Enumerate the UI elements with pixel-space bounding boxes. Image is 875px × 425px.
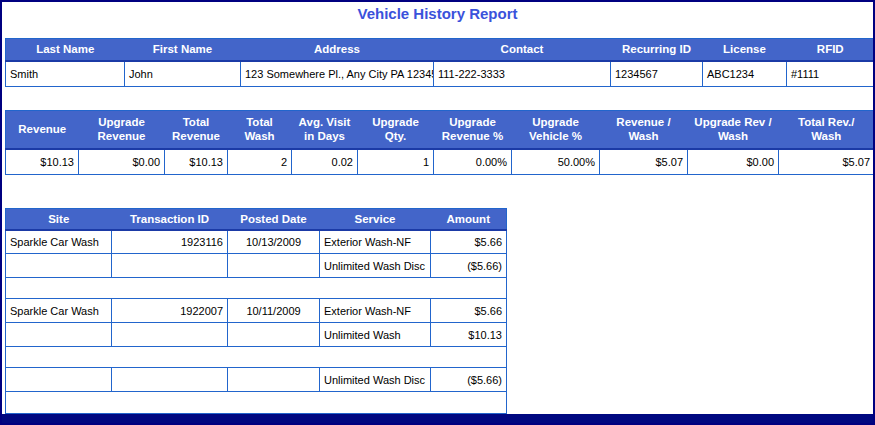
cell-total-wash: 2 (228, 149, 292, 175)
cell-upgrade-revenue: $0.00 (79, 149, 165, 175)
cell-posted-date (228, 254, 320, 278)
header-total-revenue: Total Revenue (165, 111, 228, 149)
customer-info-table: Last Name First Name Address Contact Rec… (5, 38, 875, 87)
cell-service: Exterior Wash-NF (320, 299, 431, 323)
cell-site: Sparkle Car Wash (6, 230, 112, 254)
cell-transaction-id (112, 323, 228, 347)
cell-posted-date: 10/13/2009 (228, 230, 320, 254)
header-site: Site (6, 209, 112, 230)
header-upgrade-revenue: Upgrade Revenue (79, 111, 165, 149)
header-posted-date: Posted Date (228, 209, 320, 230)
cell-first-name: John (125, 61, 241, 87)
cell-amount: ($5.66) (431, 368, 507, 392)
revenue-summary-table: Revenue Upgrade Revenue Total Revenue To… (5, 110, 875, 175)
cell-posted-date: 10/11/2009 (228, 299, 320, 323)
transactions-header-row: Site Transaction ID Posted Date Service … (6, 209, 507, 230)
cell-license: ABC1234 (703, 61, 787, 87)
cell-upgrade-revenue-pct: 0.00% (434, 149, 512, 175)
header-revenue: Revenue (6, 111, 79, 149)
bottom-navy-bar (0, 414, 875, 425)
header-first-name: First Name (125, 39, 241, 61)
header-revenue-per-wash: Revenue / Wash (600, 111, 688, 149)
cell-transaction-id: 1923116 (112, 230, 228, 254)
cell-last-name: Smith (6, 61, 125, 87)
cell-service: Exterior Wash-NF (320, 230, 431, 254)
cell-recurring-id: 1234567 (611, 61, 703, 87)
transaction-row: Unlimited Wash $10.13 (6, 323, 507, 347)
page-title: Vehicle History Report (2, 5, 873, 22)
cell-upgrade-rev-per-wash: $0.00 (688, 149, 779, 175)
cell-service: Unlimited Wash (320, 323, 431, 347)
cell-posted-date (228, 323, 320, 347)
header-upgrade-vehicle-pct: Upgrade Vehicle % (512, 111, 600, 149)
cell-upgrade-vehicle-pct: 50.00% (512, 149, 600, 175)
cell-contact: 111-222-3333 (434, 61, 611, 87)
transaction-row: Sparkle Car Wash 1922007 10/11/2009 Exte… (6, 299, 507, 323)
header-avg-visit-in-days: Avg. Visit in Days (292, 111, 358, 149)
cell-revenue: $10.13 (6, 149, 79, 175)
header-address: Address (241, 39, 434, 61)
cell-site (6, 368, 112, 392)
vehicle-history-report-page: Vehicle History Report Last Name First N… (0, 0, 875, 425)
cell-service: Unlimited Wash Disc (320, 368, 431, 392)
cell-posted-date (228, 368, 320, 392)
header-license: License (703, 39, 787, 61)
cell-revenue-per-wash: $5.07 (600, 149, 688, 175)
cell-amount: $5.66 (431, 299, 507, 323)
cell-amount: ($5.66) (431, 254, 507, 278)
header-transaction-id: Transaction ID (112, 209, 228, 230)
transaction-row: Sparkle Car Wash 1923116 10/13/2009 Exte… (6, 230, 507, 254)
cell-upgrade-qty: 1 (358, 149, 434, 175)
customer-header-row: Last Name First Name Address Contact Rec… (6, 39, 875, 61)
spacer-cell (6, 392, 507, 414)
header-recurring-id: Recurring ID (611, 39, 703, 61)
spacer-cell (6, 278, 507, 299)
transaction-row: Unlimited Wash Disc ($5.66) (6, 368, 507, 392)
transactions-table: Site Transaction ID Posted Date Service … (5, 208, 507, 414)
cell-amount: $10.13 (431, 323, 507, 347)
header-last-name: Last Name (6, 39, 125, 61)
cell-site (6, 254, 112, 278)
header-rfid: RFID (787, 39, 875, 61)
transaction-row: Unlimited Wash Disc ($5.66) (6, 254, 507, 278)
header-total-wash: Total Wash (228, 111, 292, 149)
cell-transaction-id: 1922007 (112, 299, 228, 323)
spacer-row (6, 392, 507, 414)
cell-site (6, 323, 112, 347)
header-upgrade-rev-per-wash: Upgrade Rev / Wash (688, 111, 779, 149)
header-total-rev-per-wash: Total Rev./ Wash (779, 111, 875, 149)
cell-transaction-id (112, 254, 228, 278)
cell-site: Sparkle Car Wash (6, 299, 112, 323)
spacer-row (6, 347, 507, 368)
cell-address: 123 Somewhere Pl., Any City PA 12345 (241, 61, 434, 87)
header-service: Service (320, 209, 431, 230)
cell-service: Unlimited Wash Disc (320, 254, 431, 278)
cell-amount: $5.66 (431, 230, 507, 254)
header-upgrade-qty: Upgrade Qty. (358, 111, 434, 149)
summary-header-row: Revenue Upgrade Revenue Total Revenue To… (6, 111, 875, 149)
header-amount: Amount (431, 209, 507, 230)
spacer-row (6, 278, 507, 299)
cell-total-revenue: $10.13 (165, 149, 228, 175)
spacer-cell (6, 347, 507, 368)
summary-data-row: $10.13 $0.00 $10.13 2 0.02 1 0.00% 50.00… (6, 149, 875, 175)
cell-rfid: #1111 (787, 61, 875, 87)
cell-avg-visit-in-days: 0.02 (292, 149, 358, 175)
header-upgrade-revenue-pct: Upgrade Revenue % (434, 111, 512, 149)
cell-transaction-id (112, 368, 228, 392)
header-contact: Contact (434, 39, 611, 61)
customer-data-row: Smith John 123 Somewhere Pl., Any City P… (6, 61, 875, 87)
cell-total-rev-per-wash: $5.07 (779, 149, 875, 175)
